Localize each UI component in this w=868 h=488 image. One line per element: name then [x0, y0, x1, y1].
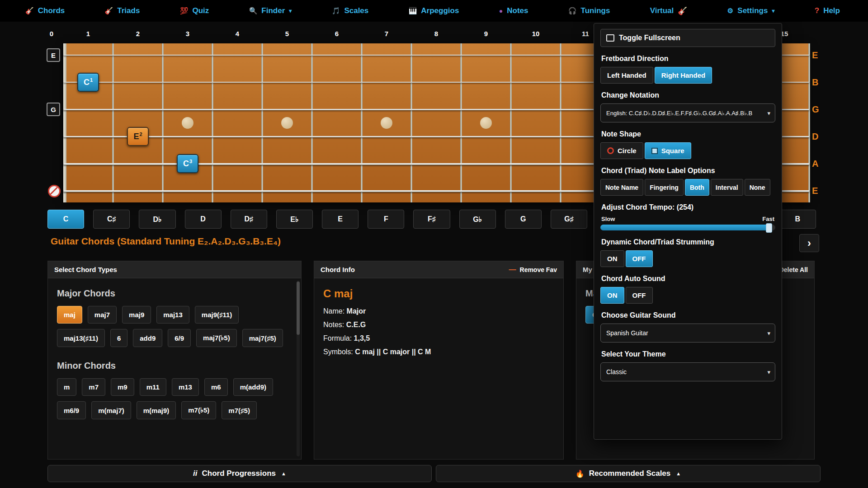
root-note-button[interactable]: C — [47, 210, 84, 229]
note-shape-option-button[interactable]: Circle — [600, 142, 643, 159]
chord-type-button[interactable]: add9 — [133, 329, 162, 347]
auto-sound-option-button[interactable]: OFF — [626, 287, 653, 304]
notation-select[interactable]: English: C.C♯.D♭.D.D♯.E♭.E.F.F♯.G♭.G.G♯.… — [600, 103, 775, 122]
string-name-label: G — [812, 104, 819, 115]
chord-type-button[interactable]: m(maj7) — [91, 401, 131, 419]
chord-type-button[interactable]: maj7(♯5) — [242, 329, 283, 347]
note-shape-option-button[interactable]: Square — [645, 142, 691, 159]
nav-item[interactable]: ⚙ Settings ▾ — [727, 6, 775, 15]
root-note-button[interactable]: C♯ — [93, 210, 130, 229]
nav-item[interactable]: 🎵 Scales — [332, 6, 369, 15]
nav-item[interactable]: ? Help — [815, 6, 840, 15]
tempo-slider-thumb[interactable] — [766, 223, 772, 233]
fretboard-direction-label: Fretboard Direction — [601, 55, 774, 63]
nav-item-icon: ● — [499, 7, 503, 14]
theme-select[interactable]: Classic ▾ — [600, 362, 775, 381]
tempo-label: Adjust Chord Tempo: (254) — [601, 203, 774, 211]
root-note-button[interactable]: D — [185, 210, 222, 229]
open-note-marker[interactable]: G — [47, 103, 60, 116]
chord-type-button[interactable]: m6 — [204, 378, 228, 396]
chord-type-button[interactable]: maj13 — [156, 306, 189, 324]
strumming-options: ON OFF — [600, 250, 775, 267]
guitar-sound-select[interactable]: Spanish Guitar ▾ — [600, 324, 775, 343]
chord-type-button[interactable]: m(maj9) — [137, 401, 176, 419]
chord-type-button[interactable]: m9 — [111, 378, 134, 396]
remove-fav-button[interactable]: — Remove Fav — [509, 266, 557, 274]
note-marker[interactable]: E2 — [127, 127, 149, 146]
nav-item-icon: ⚙ — [727, 7, 733, 15]
fret-wire — [311, 43, 313, 202]
note-label-option-button[interactable]: Both — [685, 179, 709, 196]
scrollbar-thumb[interactable] — [297, 282, 300, 335]
toggle-fullscreen-button[interactable]: Toggle Fullscreen — [600, 29, 775, 47]
root-note-button[interactable]: F♯ — [413, 210, 450, 229]
note-label-option-button[interactable]: Interval — [711, 179, 743, 196]
root-note-button[interactable]: F — [368, 210, 404, 229]
auto-sound-option-button[interactable]: ON — [600, 287, 624, 304]
note-label-option-button[interactable]: None — [745, 179, 770, 196]
chord-type-button[interactable]: m7(♯5) — [222, 401, 257, 419]
chord-type-button[interactable]: m13 — [172, 378, 199, 396]
root-note-button[interactable]: G♯ — [551, 210, 587, 229]
chord-type-button[interactable]: maj7 — [88, 306, 117, 324]
tempo-slider-fill — [600, 225, 770, 230]
shape-option-label: Square — [661, 147, 684, 155]
note-marker-fingering: 2 — [139, 131, 142, 137]
note-marker[interactable]: C3 — [177, 154, 198, 173]
tempo-slider[interactable] — [600, 225, 775, 230]
root-note-button[interactable]: D♭ — [139, 210, 175, 229]
direction-option-button[interactable]: Left Handed — [600, 67, 653, 84]
root-note-button[interactable]: E♭ — [276, 210, 313, 229]
chord-type-button[interactable]: m6/9 — [57, 401, 86, 419]
toggle-fullscreen-label: Toggle Fullscreen — [619, 34, 680, 42]
chord-type-button[interactable]: maj — [57, 306, 82, 324]
nav-item[interactable]: Virtual 🎸 — [650, 6, 688, 16]
chord-type-button[interactable]: m7(♭5) — [181, 401, 216, 419]
nav-item[interactable]: ● Notes — [499, 6, 528, 15]
open-note-marker[interactable]: E — [47, 48, 60, 62]
root-note-button[interactable]: G♭ — [459, 210, 496, 229]
fullscreen-icon — [606, 34, 614, 42]
next-arrow-button[interactable]: › — [799, 234, 819, 252]
direction-option-button[interactable]: Right Handed — [655, 67, 712, 84]
nav-item-icon: 🔍 — [249, 7, 258, 15]
strumming-option-button[interactable]: OFF — [626, 250, 653, 267]
note-marker-fingering: 3 — [189, 159, 192, 164]
nav-item[interactable]: 🎹 Arpeggios — [409, 6, 459, 15]
chord-info-row-value: C.E.G — [346, 321, 366, 328]
recommended-scales-button[interactable]: 🔥 Recommended Scales ▲ — [436, 465, 821, 482]
chord-type-button[interactable]: m7 — [82, 378, 105, 396]
chord-type-button[interactable]: 6/9 — [168, 329, 191, 347]
root-note-button[interactable]: G — [505, 210, 542, 229]
caret-up-icon: ▲ — [281, 471, 286, 476]
chord-info-row-value: C maj || C major || C M — [355, 348, 431, 356]
note-marker[interactable]: C1 — [77, 73, 99, 92]
nav-item[interactable]: 💯 Quiz — [180, 6, 209, 15]
chord-progressions-button[interactable]: ii Chord Progressions ▲ — [47, 465, 432, 482]
note-label-option-button[interactable]: Fingering — [645, 179, 684, 196]
root-note-button[interactable]: B — [779, 210, 816, 229]
chord-type-button[interactable]: maj7(♭5) — [196, 329, 237, 347]
fret-wire — [560, 43, 561, 202]
chord-type-button[interactable]: 6 — [110, 329, 127, 347]
chord-type-button[interactable]: maj13(♯11) — [57, 329, 105, 347]
chord-info-row: Symbols: C maj || C major || C M — [323, 348, 554, 356]
strumming-option-button[interactable]: ON — [600, 250, 624, 267]
roman-numeral-icon: ii — [193, 469, 197, 478]
nav-item-icon: ? — [815, 6, 819, 15]
shape-icon — [607, 147, 614, 154]
nav-item[interactable]: 🎧 Tunings — [568, 6, 610, 15]
nav-item[interactable]: 🎸 Triads — [105, 6, 140, 15]
root-note-button[interactable]: E — [322, 210, 359, 229]
nav-item[interactable]: 🎸 Chords — [25, 6, 65, 15]
string-name-label: D — [812, 131, 818, 142]
chord-type-button[interactable]: maj9(♯11) — [195, 306, 239, 324]
chord-type-button[interactable]: m11 — [140, 378, 166, 396]
chord-type-button[interactable]: m — [57, 378, 76, 396]
note-label-option-button[interactable]: Note Name — [600, 179, 643, 196]
chord-type-button[interactable]: maj9 — [122, 306, 151, 324]
chord-type-button[interactable]: m(add9) — [233, 378, 273, 396]
root-note-button[interactable]: D♯ — [231, 210, 267, 229]
nav-item[interactable]: 🔍 Finder ▾ — [249, 6, 292, 15]
chord-info-row: Notes: C.E.G — [323, 321, 554, 329]
